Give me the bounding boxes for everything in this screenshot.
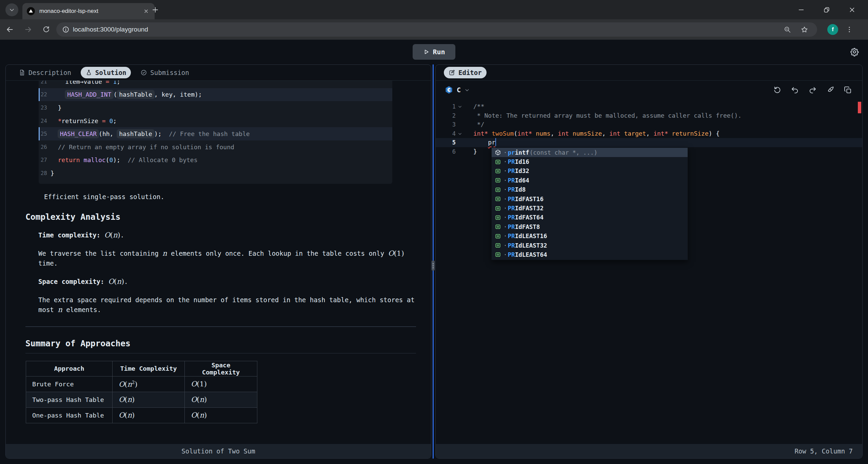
autocomplete-item-PRId16[interactable]: ·PRId16 <box>492 157 688 166</box>
url-text[interactable]: localhost:3000/playground <box>73 26 784 33</box>
reload-icon[interactable] <box>42 25 50 34</box>
macro-icon <box>495 196 501 202</box>
heading-summary-of-approaches: Summary of Approaches <box>25 339 416 353</box>
space-complexity-detail: The extra space required depends on the … <box>38 295 416 315</box>
menu-kebab-icon[interactable] <box>846 26 853 33</box>
solution-code-block: 21 item→value = 1;22 HASH_ADD_INT(hashTa… <box>39 81 392 184</box>
c-language-icon: C <box>445 85 453 95</box>
macro-icon <box>495 224 501 230</box>
tab-description[interactable]: Description <box>14 67 76 78</box>
table-row: One-pass Hash TableO(n)O(n) <box>26 407 257 423</box>
copy-icon[interactable] <box>844 86 852 94</box>
resizer-grip[interactable] <box>432 260 435 271</box>
code-line-28: 28} <box>39 167 392 180</box>
table-cell: O(n2) <box>113 376 185 392</box>
tab-label: Description <box>28 69 71 76</box>
main-split: DescriptionSolutionSubmission 21 item→va… <box>5 64 863 459</box>
table-header: Space Complexity <box>185 361 257 376</box>
language-selector[interactable]: C C <box>445 85 470 95</box>
app-header: Run <box>0 40 868 64</box>
autocomplete-item-PRId8[interactable]: ·PRId8 <box>492 185 688 194</box>
editor-line-2[interactable]: 2 * Note: The returned array must be mal… <box>436 111 862 120</box>
code-editor[interactable]: 1/**2 * Note: The returned array must be… <box>436 99 862 444</box>
editor-status-bar: Row 5, Column 7 <box>436 444 862 458</box>
time-complexity-detail: We traverse the list containing n elemen… <box>38 249 416 268</box>
autocomplete-item-PRIdLEAST64[interactable]: ·PRIdLEAST64 <box>492 250 688 259</box>
table-cell: Brute Force <box>26 376 113 392</box>
restore-icon[interactable] <box>823 6 830 13</box>
svg-text:C: C <box>448 87 451 93</box>
editor-line-3[interactable]: 3 */ <box>436 120 862 129</box>
browser-tab-strip: monaco-editor-lsp-next <box>0 0 868 19</box>
solution-icon <box>85 69 92 76</box>
autocomplete-popup: ·printf(const char *, ...)·PRId16·PRId32… <box>491 147 688 260</box>
table-cell: O(n) <box>185 392 257 407</box>
info-icon[interactable] <box>62 26 70 33</box>
problem-status-bar: Solution of Two Sum <box>6 444 431 458</box>
redo-icon[interactable] <box>808 86 817 94</box>
error-overview-marker <box>858 102 861 113</box>
autocomplete-item-PRIdFAST16[interactable]: ·PRIdFAST16 <box>492 194 688 204</box>
autocomplete-item-printf[interactable]: ·printf(const char *, ...) <box>492 148 688 157</box>
editor-toolbar: C C <box>436 81 862 99</box>
problem-panel: DescriptionSolutionSubmission 21 item→va… <box>5 64 431 459</box>
tab-submission[interactable]: Submission <box>136 67 194 78</box>
undo-icon[interactable] <box>791 86 799 94</box>
table-row: Brute ForceO(n2)O(1) <box>26 376 257 392</box>
profile-avatar[interactable]: f <box>827 24 838 35</box>
tab-solution[interactable]: Solution <box>81 67 131 78</box>
editor-actions <box>773 86 862 94</box>
editor-panel: Editor C C 1/**2 * Note: The returned ar… <box>435 64 863 459</box>
tab-search-button[interactable] <box>5 3 18 16</box>
table-cell: Two-pass Hash Table <box>26 392 113 407</box>
forward-icon[interactable] <box>24 25 33 34</box>
panel-resizer[interactable] <box>431 64 435 459</box>
run-button[interactable]: Run <box>413 44 455 60</box>
tab-editor[interactable]: Editor <box>444 67 487 78</box>
macro-icon <box>495 205 501 212</box>
browser-tab[interactable]: monaco-editor-lsp-next <box>22 3 155 19</box>
code-line-24: 24 *returnSize = 0; <box>39 114 392 128</box>
time-complexity-paragraph: Time complexity: O(n). <box>38 230 416 240</box>
autocomplete-item-PRId64[interactable]: ·PRId64 <box>492 176 688 185</box>
description-icon <box>19 69 25 76</box>
editor-line-1[interactable]: 1/** <box>436 102 862 111</box>
gear-icon[interactable] <box>850 47 859 57</box>
window-controls <box>797 0 868 19</box>
code-line-26: 26 // Return an empty array if no soluti… <box>39 140 392 154</box>
browser-toolbar: localhost:3000/playground f <box>0 19 868 40</box>
fold-chevron-icon[interactable] <box>456 129 464 138</box>
code-line-25: 25 HASH_CLEAR(hh, hashTable); // Free th… <box>39 127 392 140</box>
table-cell: O(n) <box>185 407 257 423</box>
autocomplete-item-PRId32[interactable]: ·PRId32 <box>492 167 688 176</box>
editor-line-4[interactable]: 4int* twoSum(int* nums, int numsSize, in… <box>436 129 862 138</box>
back-icon[interactable] <box>5 25 14 34</box>
code-line-23: 23 } <box>39 101 392 114</box>
autocomplete-item-PRIdFAST8[interactable]: ·PRIdFAST8 <box>492 222 688 231</box>
editor-tab-bar: Editor <box>436 65 862 81</box>
bookmark-star-icon[interactable] <box>801 26 808 34</box>
new-tab-icon[interactable] <box>151 6 159 14</box>
text-cursor <box>495 138 496 146</box>
table-header: Time Complexity <box>113 361 185 376</box>
format-icon[interactable] <box>826 86 834 94</box>
autocomplete-item-PRIdLEAST16[interactable]: ·PRIdLEAST16 <box>492 232 688 241</box>
tab-label: Submission <box>150 69 189 76</box>
autocomplete-item-PRIdFAST64[interactable]: ·PRIdFAST64 <box>492 213 688 222</box>
section-divider <box>25 326 416 327</box>
tab-close-icon[interactable] <box>142 7 151 16</box>
minimize-icon[interactable] <box>797 6 805 14</box>
cursor-position-text: Row 5, Column 7 <box>794 447 853 455</box>
address-bar[interactable]: localhost:3000/playground <box>56 22 817 37</box>
solution-content[interactable]: 21 item→value = 1;22 HASH_ADD_INT(hashTa… <box>6 81 431 444</box>
reset-icon[interactable] <box>773 86 782 94</box>
zoom-out-icon[interactable] <box>784 26 791 33</box>
autocomplete-item-PRIdLEAST32[interactable]: ·PRIdLEAST32 <box>492 241 688 250</box>
code-line-22: 22 HASH_ADD_INT(hashTable, key, item); <box>39 88 392 101</box>
fold-chevron-icon[interactable] <box>456 102 464 111</box>
autocomplete-item-PRIdFAST32[interactable]: ·PRIdFAST32 <box>492 204 688 213</box>
chevron-down-icon <box>8 6 15 13</box>
table-cell: O(1) <box>185 376 257 392</box>
editor-line-5[interactable]: 5 pr <box>436 138 862 147</box>
close-icon[interactable] <box>848 6 856 14</box>
